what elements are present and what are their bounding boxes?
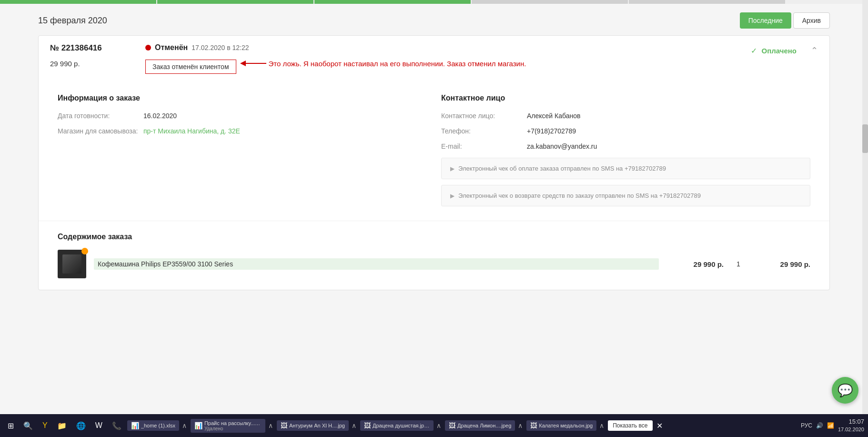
product-badge xyxy=(81,248,88,254)
status-date: 17.02.2020 в 12:22 xyxy=(192,44,249,51)
order-header-left: № 221386416 29 990 р. xyxy=(50,43,145,53)
taskbar-file-5-arrow[interactable]: ∧ xyxy=(516,422,525,429)
taskbar-folder-icon[interactable]: 📁 xyxy=(53,419,71,432)
status-label: Отменён xyxy=(155,43,188,52)
contents-title: Содержимое заказа xyxy=(58,233,810,241)
taskbar-yandex-icon[interactable]: Y xyxy=(39,419,51,432)
file-name-5: Драцена Лимон....jpeg xyxy=(457,423,511,428)
taskbar-start-icon[interactable]: ⊞ xyxy=(4,419,18,432)
archive-button[interactable]: Архив xyxy=(793,12,830,29)
paid-label: Оплачено xyxy=(762,47,797,55)
show-all-button[interactable]: Показать все xyxy=(608,420,652,431)
file-name-3: Антуриум An XI H....jpg xyxy=(289,423,345,428)
last-button[interactable]: Последние xyxy=(740,12,791,29)
contact-name-label: Контактное лицо: xyxy=(441,112,527,120)
taskbar-search-icon[interactable]: 🔍 xyxy=(20,419,37,432)
taskbar-file-group-4: 🖼 Драцена душистая.jpeg ∧ xyxy=(360,420,443,431)
status-dot xyxy=(145,45,151,51)
scrollbar-thumb xyxy=(862,124,868,153)
refund-receipt-block[interactable]: ▶ Электронный чек о возврате средств по … xyxy=(441,185,810,206)
cancelled-reason-text: Заказ отменён клиентом xyxy=(152,63,229,71)
product-qty: 1 xyxy=(731,260,746,268)
taskbar-file-2[interactable]: 📊 Прайс на рассылку....xls Удалено xyxy=(191,419,265,433)
ready-date-value: 16.02.2020 xyxy=(143,112,177,120)
product-thumb-inner xyxy=(62,254,81,274)
refund-receipt-text: Электронный чек о возврате средств по за… xyxy=(458,192,701,199)
taskbar-file-3[interactable]: 🖼 Антуриум An XI H....jpg xyxy=(277,420,349,431)
store-row: Магазин для самовывоза: пр-т Михаила Наг… xyxy=(58,127,427,135)
ready-date-row: Дата готовности: 16.02.2020 xyxy=(58,112,427,120)
contact-phone-value: +7(918)2702789 xyxy=(527,127,576,135)
scrollbar[interactable] xyxy=(862,0,868,414)
order-contents-section: Содержимое заказа Кофемашина Philips EP3… xyxy=(39,221,829,290)
date-display: 17.02.2020 xyxy=(838,426,864,433)
product-name: Кофемашина Philips EP3559/00 3100 Series xyxy=(94,258,659,270)
order-info-section: Информация о заказе Дата готовности: 16.… xyxy=(58,94,427,206)
file-icon-2: 📊 xyxy=(194,422,202,429)
taskbar-word-icon[interactable]: W xyxy=(91,419,106,432)
file-info-4: Драцена душистая.jpeg xyxy=(373,423,430,428)
taskbar-file-4[interactable]: 🖼 Драцена душистая.jpeg xyxy=(360,420,434,431)
chat-fab-icon: 💬 xyxy=(838,383,853,398)
refund-arrow-icon: ▶ xyxy=(450,193,454,199)
store-value: пр-т Михаила Нагибина, д. 32Е xyxy=(143,127,240,135)
order-number: № 221386416 xyxy=(50,43,145,53)
taskbar-file-2-arrow[interactable]: ∧ xyxy=(266,422,275,429)
file-name-2: Прайс на рассылку....xls xyxy=(204,420,262,426)
collapse-icon[interactable]: ⌃ xyxy=(811,45,818,56)
contact-section: Контактное лицо Контактное лицо: Алексей… xyxy=(441,94,810,206)
file-icon-5: 🖼 xyxy=(449,422,455,429)
file-name-4: Драцена душистая.jpeg xyxy=(373,423,430,428)
file-icon-6: 🖼 xyxy=(530,422,537,429)
close-downloads-button[interactable]: ✕ xyxy=(655,421,665,430)
file-icon-3: 🖼 xyxy=(281,422,287,429)
order-price: 29 990 р. xyxy=(50,60,80,68)
taskbar-file-group-5: 🖼 Драцена Лимон....jpeg ∧ xyxy=(445,420,525,431)
taskbar-file-group-2: 📊 Прайс на рассылку....xls Удалено ∧ xyxy=(191,419,275,433)
taskbar: ⊞ 🔍 Y 📁 🌐 W 📞 📊 _home (1).xlsx ∧ 📊 Прайс… xyxy=(0,414,868,437)
taskbar-file-1[interactable]: 📊 _home (1).xlsx xyxy=(127,420,179,431)
contact-phone-label: Телефон: xyxy=(441,127,527,135)
taskbar-chrome-icon[interactable]: 🌐 xyxy=(72,419,90,432)
time-display: 15:07 xyxy=(838,418,864,426)
taskbar-file-3-arrow[interactable]: ∧ xyxy=(350,422,358,429)
annotation-arrow xyxy=(240,58,269,69)
contact-email-value: za.kabanov@yandex.ru xyxy=(527,142,597,150)
svg-marker-1 xyxy=(240,61,246,66)
taskbar-file-1-arrow[interactable]: ∧ xyxy=(180,422,189,429)
page-wrapper: 15 февраля 2020 Последние Архив № 221386… xyxy=(0,0,868,437)
file-icon-1: 📊 xyxy=(131,422,139,429)
date-header: 15 февраля 2020 Последние Архив xyxy=(0,4,868,35)
file-name-6: Калатея медальон.jpg xyxy=(539,423,593,428)
product-thumbnail xyxy=(58,250,86,278)
sms-receipt-text: Электронный чек об оплате заказа отправл… xyxy=(458,165,666,172)
order-card: № 221386416 29 990 р. Отменён 17.02.2020… xyxy=(38,35,830,290)
order-header-right: ✓ Оплачено ⌃ xyxy=(751,43,818,56)
taskbar-app-icon[interactable]: 📞 xyxy=(108,419,125,432)
progress-bar xyxy=(0,0,868,4)
file-info-5: Драцена Лимон....jpeg xyxy=(457,423,511,428)
header-buttons: Последние Архив xyxy=(740,12,830,29)
checkmark-icon: ✓ xyxy=(751,46,757,55)
file-info-2: Прайс на рассылку....xls Удалено xyxy=(204,420,262,431)
taskbar-file-4-arrow[interactable]: ∧ xyxy=(434,422,443,429)
chat-fab-button[interactable]: 💬 xyxy=(832,377,858,404)
file-info-6: Калатея медальон.jpg xyxy=(539,423,593,428)
taskbar-file-group-6: 🖼 Калатея медальон.jpg ∧ xyxy=(526,420,606,431)
contact-email-row: E-mail: za.kabanov@yandex.ru xyxy=(441,142,810,150)
order-info-title: Информация о заказе xyxy=(58,94,427,102)
taskbar-lang: РУС xyxy=(801,422,812,429)
sms-receipt-block[interactable]: ▶ Электронный чек об оплате заказа отпра… xyxy=(441,158,810,179)
order-header-center: Отменён 17.02.2020 в 12:22 Заказ отменён… xyxy=(145,43,751,74)
order-detail-body: Информация о заказе Дата готовности: 16.… xyxy=(39,80,829,221)
annotation-text: Это ложь. Я наоборот настаивал на его вы… xyxy=(269,60,526,68)
contact-name-row: Контактное лицо: Алексей Кабанов xyxy=(441,112,810,120)
taskbar-file-6-arrow[interactable]: ∧ xyxy=(597,422,606,429)
taskbar-file-group-1: 📊 _home (1).xlsx ∧ xyxy=(127,420,189,431)
file-info-3: Антуриум An XI H....jpg xyxy=(289,423,345,428)
taskbar-file-6[interactable]: 🖼 Калатея медальон.jpg xyxy=(526,420,596,431)
status-row: Отменён 17.02.2020 в 12:22 xyxy=(145,43,751,52)
taskbar-file-5[interactable]: 🖼 Драцена Лимон....jpeg xyxy=(445,420,515,431)
receipt-arrow-icon: ▶ xyxy=(450,165,454,172)
file-info-1: _home (1).xlsx xyxy=(141,423,175,428)
